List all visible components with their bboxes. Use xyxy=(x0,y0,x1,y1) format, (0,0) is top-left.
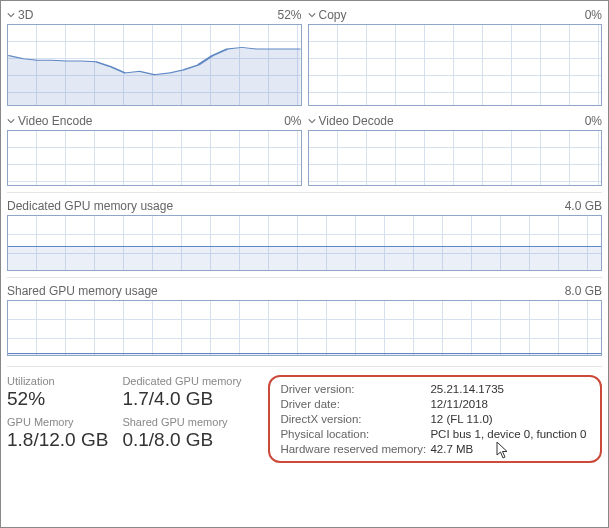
chart-copy-dropdown[interactable]: Copy xyxy=(308,8,347,22)
location-value: PCI bus 1, device 0, function 0 xyxy=(430,428,590,440)
location-label: Physical location: xyxy=(280,428,430,440)
dedicated-label: Dedicated GPU memory xyxy=(122,375,254,387)
dedicated-value: 1.7/4.0 GB xyxy=(122,388,254,410)
driver-details: Driver version: 25.21.14.1735 Driver dat… xyxy=(268,375,602,463)
shared-mem-header: Shared GPU memory usage 8.0 GB xyxy=(7,277,602,300)
shared-mem-canvas xyxy=(7,300,602,356)
dedicated-mem-label: Dedicated GPU memory usage xyxy=(7,199,173,213)
chevron-down-icon xyxy=(308,11,316,19)
dedicated-mem-header: Dedicated GPU memory usage 4.0 GB xyxy=(7,192,602,215)
chart-3d-pct: 52% xyxy=(277,8,301,22)
chart-decode-dropdown[interactable]: Video Decode xyxy=(308,114,394,128)
chevron-down-icon xyxy=(7,117,15,125)
gpu-memory-label: GPU Memory xyxy=(7,416,108,428)
dedicated-mem-cap: 4.0 GB xyxy=(565,199,602,213)
utilization-value: 52% xyxy=(7,388,108,410)
chart-3d: 3D 52% xyxy=(7,6,302,106)
driver-date-label: Driver date: xyxy=(280,398,430,410)
chart-decode: Video Decode 0% xyxy=(308,112,603,186)
chevron-down-icon xyxy=(308,117,316,125)
chart-3d-canvas xyxy=(7,24,302,106)
chart-encode-label: Video Encode xyxy=(18,114,93,128)
chart-decode-canvas xyxy=(308,130,603,186)
stats-row: Utilization 52% GPU Memory 1.8/12.0 GB D… xyxy=(7,366,602,463)
driver-version-label: Driver version: xyxy=(280,383,430,395)
dedicated-mem-canvas xyxy=(7,215,602,271)
driver-version-value: 25.21.14.1735 xyxy=(430,383,590,395)
chart-3d-label: 3D xyxy=(18,8,33,22)
chart-encode: Video Encode 0% xyxy=(7,112,302,186)
chart-decode-label: Video Decode xyxy=(319,114,394,128)
chart-encode-canvas xyxy=(7,130,302,186)
gpu-memory-value: 1.8/12.0 GB xyxy=(7,429,108,451)
chart-encode-dropdown[interactable]: Video Encode xyxy=(7,114,93,128)
directx-label: DirectX version: xyxy=(280,413,430,425)
chart-copy-canvas xyxy=(308,24,603,106)
chart-copy-pct: 0% xyxy=(585,8,602,22)
reserved-label: Hardware reserved memory: xyxy=(280,443,430,455)
shared-mem-cap: 8.0 GB xyxy=(565,284,602,298)
shared-mem-label: Shared GPU memory usage xyxy=(7,284,158,298)
shared-label: Shared GPU memory xyxy=(122,416,254,428)
reserved-value: 42.7 MB xyxy=(430,443,590,455)
directx-value: 12 (FL 11.0) xyxy=(430,413,590,425)
chart-3d-dropdown[interactable]: 3D xyxy=(7,8,33,22)
chart-copy: Copy 0% xyxy=(308,6,603,106)
chart-copy-label: Copy xyxy=(319,8,347,22)
shared-value: 0.1/8.0 GB xyxy=(122,429,254,451)
chart-encode-pct: 0% xyxy=(284,114,301,128)
driver-date-value: 12/11/2018 xyxy=(430,398,590,410)
chevron-down-icon xyxy=(7,11,15,19)
utilization-label: Utilization xyxy=(7,375,108,387)
chart-decode-pct: 0% xyxy=(585,114,602,128)
